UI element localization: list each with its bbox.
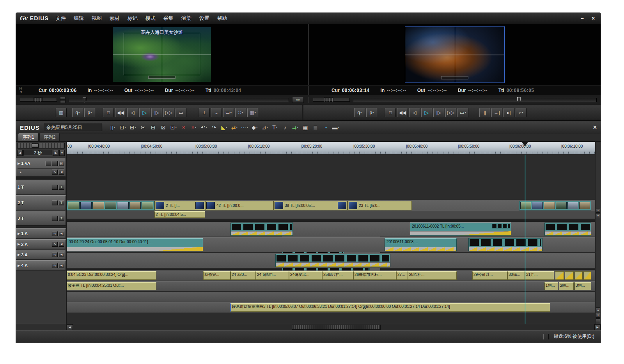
track-t3-lane[interactable]: [67, 253, 595, 268]
visibility-icon[interactable]: 目: [58, 161, 64, 166]
menu-item-2[interactable]: 视图: [92, 15, 102, 22]
playhead-line[interactable]: [525, 155, 525, 324]
timeline-clip[interactable]: 00:04:20:24 Out:00:05:01:10 Dur:00:00:40…: [67, 238, 203, 251]
capture-button[interactable]: ▥: [56, 108, 67, 117]
play-around-cursor-button[interactable]: ▸|: [503, 108, 514, 117]
mark-in-button[interactable]: q▾: [72, 108, 83, 117]
undo-icon[interactable]: ↶▾: [200, 123, 208, 132]
rewind-button[interactable]: ◀◀: [397, 108, 408, 117]
timeline-scale-slider[interactable]: [17, 143, 65, 148]
scroll-up-button[interactable]: ▲: [596, 208, 600, 213]
title-track-icon[interactable]: T: [58, 216, 64, 221]
comment-button[interactable]: ▭▾: [457, 108, 468, 117]
timeline-clip[interactable]: [555, 271, 564, 280]
zoom-out-button[interactable]: ◀: [17, 150, 23, 156]
track-va1-header[interactable]: ▶1 VA目▸∿◄: [16, 158, 66, 177]
new-sequence-icon[interactable]: ▯▾: [108, 123, 117, 132]
export-file-icon[interactable]: ⇉▾: [291, 123, 300, 132]
mark-in-button[interactable]: q▾: [354, 108, 365, 117]
scroll-left-button[interactable]: ◀: [67, 324, 73, 330]
timeline-clip[interactable]: 42 TL [In:00:0...: [205, 201, 273, 210]
scroll-down-button[interactable]: ▼: [596, 214, 600, 218]
waveform-icon[interactable]: ∿: [52, 242, 58, 247]
vertical-scrollbar[interactable]: ▲ ▼ ▲ ▼: [595, 142, 601, 324]
timeline-clip[interactable]: 2 TL [I...: [154, 201, 205, 210]
playhead-marker[interactable]: [522, 142, 528, 150]
track-a4-header[interactable]: ▶4 A∿◄: [16, 260, 66, 270]
insert-to-timeline-button[interactable]: ⊥: [199, 108, 210, 117]
zoom-value[interactable]: 2 秒: [23, 150, 52, 156]
lock-icon[interactable]: [52, 216, 58, 221]
render-icon[interactable]: ◔: [321, 123, 330, 132]
menu-item-8[interactable]: 设置: [199, 15, 209, 22]
timeline-clip[interactable]: 38 TL [In:00:05:...: [273, 201, 347, 210]
timeline-clip[interactable]: [67, 201, 154, 210]
scroll-right-button[interactable]: ▶: [594, 324, 601, 330]
sequence-tab-1[interactable]: 序列1: [18, 133, 39, 141]
voice-over-icon[interactable]: ♪: [281, 123, 289, 132]
ripple-delete-icon[interactable]: ×▾: [190, 123, 198, 132]
open-icon[interactable]: ⊡▾: [119, 123, 127, 132]
timeline-clip[interactable]: 26每年节约标...: [353, 271, 396, 280]
player-monitor[interactable]: 花卉入海口美女沙滩: [16, 24, 309, 85]
shuttle-button[interactable]: «»: [292, 97, 304, 103]
timeline-clip[interactable]: 31并...: [525, 271, 554, 280]
expand-arrow-icon[interactable]: ▶: [18, 264, 20, 267]
menu-item-6[interactable]: 采集: [163, 15, 174, 22]
add-transition-icon[interactable]: ◣▾: [220, 123, 229, 132]
menu-item-5[interactable]: 模式: [145, 15, 156, 22]
fast-forward-button[interactable]: ▷▷: [445, 108, 456, 117]
text-title-icon[interactable]: T▾: [271, 123, 279, 132]
recorder-position-handle[interactable]: [517, 97, 521, 103]
rewind-button[interactable]: ◀◀: [115, 108, 126, 117]
track-a3-lane[interactable]: [67, 292, 595, 302]
close-button[interactable]: ×: [590, 15, 597, 21]
sequence-tab-2[interactable]: 序列2: [39, 133, 60, 141]
speed-icon[interactable]: ⇄▾: [230, 123, 239, 132]
delete-icon[interactable]: ×: [179, 123, 188, 132]
mark-out-button[interactable]: p▾: [84, 108, 95, 117]
zoom-dropdown-button[interactable]: ▾: [59, 150, 65, 156]
timeline-clip[interactable]: 动作完...: [203, 271, 230, 280]
speaker-icon[interactable]: ◄: [58, 231, 64, 236]
track-a2-lane[interactable]: 效全曲 TL [In:00:04:25:01 Out:...1您...2喂...…: [67, 281, 595, 291]
audio-mixer-icon[interactable]: ≣: [311, 123, 320, 132]
timeline-clip[interactable]: 2 TL [In:00:04:5...: [154, 211, 205, 218]
expand-arrow-icon[interactable]: ▶: [18, 162, 20, 165]
timeline-clip[interactable]: 23 TL [In:0...: [347, 201, 412, 210]
sync-icon[interactable]: [52, 161, 58, 166]
timeline-clip[interactable]: 29公司以...: [472, 271, 507, 280]
mark-out-button[interactable]: p▾: [366, 108, 377, 117]
loop-play-button[interactable]: ⌐▾: [516, 108, 526, 117]
fast-forward-button[interactable]: ▷▷: [163, 108, 174, 117]
timeline-clip[interactable]: [565, 271, 574, 280]
overwrite-to-timeline-button[interactable]: ⌄: [211, 108, 222, 117]
export-frame-button[interactable]: ▦▾: [247, 108, 258, 117]
sequence-title-box[interactable]: 余热应用5月25日: [44, 124, 102, 131]
volume-thumb[interactable]: [34, 97, 43, 102]
scale-slider-handle[interactable]: [32, 143, 39, 148]
timeline-clip[interactable]: 段总讲话后高潮曲3 TL [In:00:05:06:07 Out:00:06:3…: [230, 303, 550, 312]
preview-monitor-icon[interactable]: ▬▾: [332, 123, 340, 132]
timeline-clip[interactable]: [468, 238, 542, 251]
timeline-clip[interactable]: [583, 271, 591, 280]
menu-item-4[interactable]: 标记: [128, 15, 138, 22]
duplicate-icon[interactable]: ⊠: [159, 123, 168, 132]
lock-icon[interactable]: [52, 185, 58, 190]
timeline-clip[interactable]: 1您...: [544, 282, 558, 290]
track-a1-lane[interactable]: 0:04:51:23 Dur:00:00:30:24] Org[...动作完..…: [67, 270, 595, 281]
timeline-clip[interactable]: 25烟台荏...: [322, 271, 353, 280]
timeline-clip[interactable]: 2喂...: [559, 282, 574, 290]
slider-mode-buttons[interactable]: [60, 97, 66, 103]
cut-icon[interactable]: ✂: [139, 123, 147, 132]
timeline-clip[interactable]: 27...: [396, 271, 408, 280]
timeline-clip[interactable]: 20100611-0003 ...: [385, 238, 457, 251]
minimize-button[interactable]: –: [579, 15, 586, 21]
marker-icon[interactable]: ◆▾: [250, 123, 259, 132]
player-position-strip[interactable]: [69, 98, 289, 102]
trim-end-button[interactable]: →]: [491, 108, 502, 117]
trim-start-button[interactable]: ][: [479, 108, 490, 117]
play-button[interactable]: ▷: [421, 108, 432, 117]
timeline-clip[interactable]: [574, 271, 583, 280]
expand-arrow-icon[interactable]: ▶: [18, 253, 20, 256]
